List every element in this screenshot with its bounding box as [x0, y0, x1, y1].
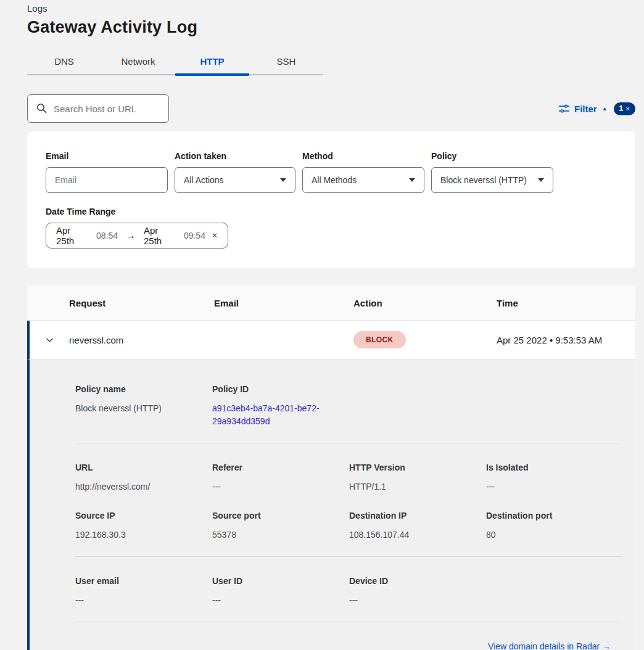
- policy-name-field: Policy name Block neverssl (HTTP): [75, 384, 212, 428]
- column-header-action: Action: [353, 298, 497, 308]
- user-details-section: User email --- User ID --- Device ID ---: [75, 557, 622, 622]
- action-cell: BLOCK: [353, 331, 497, 348]
- filter-controls: Filter ▲ 1 ✕: [559, 102, 635, 115]
- user-id-field: User ID ---: [212, 576, 349, 607]
- policy-id-label: Policy ID: [212, 384, 349, 394]
- http-version-field: HTTP Version HTTP/1.1: [349, 463, 486, 493]
- range-start-time: 08:54: [96, 231, 118, 241]
- policy-value: Block neverssl (HTTP): [440, 175, 527, 185]
- search-box: [27, 94, 169, 123]
- dropdown-caret-icon: [280, 178, 286, 182]
- column-header-request: Request: [69, 298, 214, 308]
- tab-bar: DNS Network HTTP SSH: [27, 51, 323, 75]
- column-header-email: Email: [214, 298, 353, 308]
- policy-field: Policy Block neverssl (HTTP): [431, 151, 553, 193]
- action-taken-select[interactable]: All Actions: [175, 167, 295, 193]
- page-title: Gateway Activity Log: [27, 18, 635, 37]
- device-id-field: Device ID ---: [349, 576, 486, 607]
- chevron-down-icon: [45, 335, 54, 345]
- http-details-section: URL http://neverssl.com/ Referer --- HTT…: [75, 443, 622, 556]
- search-input[interactable]: [27, 94, 169, 123]
- source-ip-field: Source IP 192.168.30.3: [75, 511, 212, 541]
- is-isolated-field: Is Isolated ---: [486, 463, 623, 493]
- filter-icon: [559, 104, 569, 113]
- request-cell: neverssl.com: [69, 335, 214, 345]
- row-expander[interactable]: [30, 335, 69, 345]
- policy-select[interactable]: Block neverssl (HTTP): [431, 167, 553, 193]
- filter-count-badge[interactable]: 1 ✕: [614, 102, 635, 115]
- filter-panel: Email Action taken All Actions Method Al…: [27, 131, 635, 268]
- tab-http[interactable]: HTTP: [175, 51, 249, 75]
- time-cell: Apr 25 2022 • 9:53:53 AM: [497, 335, 635, 345]
- filter-button-label: Filter: [574, 104, 597, 114]
- method-label: Method: [302, 151, 424, 161]
- arrow-right-icon: →: [126, 230, 136, 241]
- user-email-field: User email ---: [75, 576, 212, 607]
- filter-toggle-button[interactable]: Filter ▲: [559, 104, 608, 114]
- email-filter-input[interactable]: [46, 167, 168, 193]
- filter-fields-row: Email Action taken All Actions Method Al…: [46, 151, 617, 193]
- source-port-field: Source port 55378: [212, 511, 349, 541]
- table-row[interactable]: neverssl.com BLOCK Apr 25 2022 • 9:53:53…: [27, 321, 635, 360]
- policy-label: Policy: [431, 151, 553, 161]
- range-start-date: Apr 25th: [56, 225, 90, 246]
- destination-port-field: Destination port 80: [486, 511, 623, 541]
- date-range-picker[interactable]: Apr 25th 08:54 → Apr 25th 09:54 ✕: [46, 223, 228, 249]
- filter-count: 1: [619, 104, 624, 113]
- dropdown-caret-icon: [538, 178, 544, 182]
- date-time-range-label: Date Time Range: [46, 207, 617, 216]
- policy-name-label: Policy name: [75, 384, 212, 394]
- range-end-time: 09:54: [184, 231, 205, 241]
- column-header-time: Time: [497, 298, 635, 308]
- toolbar: Filter ▲ 1 ✕: [27, 94, 635, 123]
- radar-link[interactable]: View domain details in Radar →: [488, 641, 611, 650]
- table-header-row: Request Email Action Time: [27, 286, 635, 321]
- collapse-caret-icon: ▲: [602, 105, 608, 112]
- search-icon: [36, 103, 47, 113]
- range-end-date: Apr 25th: [144, 225, 178, 246]
- dropdown-caret-icon: [409, 178, 415, 182]
- policy-section: Policy name Block neverssl (HTTP) Policy…: [75, 360, 622, 443]
- destination-ip-field: Destination IP 108.156.107.44: [349, 511, 486, 541]
- url-field: URL http://neverssl.com/: [75, 463, 212, 493]
- email-filter-label: Email: [46, 151, 168, 161]
- action-block-badge: BLOCK: [353, 331, 406, 348]
- gateway-activity-log-page: Logs Gateway Activity Log DNS Network HT…: [0, 0, 635, 650]
- method-field: Method All Methods: [302, 151, 424, 193]
- clear-filters-icon: ✕: [625, 106, 630, 112]
- tab-dns[interactable]: DNS: [27, 51, 101, 75]
- tab-ssh[interactable]: SSH: [249, 51, 323, 75]
- referer-field: Referer ---: [212, 463, 349, 493]
- email-filter-field: Email: [46, 151, 168, 193]
- tab-network[interactable]: Network: [101, 51, 175, 75]
- date-time-range-field: Date Time Range Apr 25th 08:54 → Apr 25t…: [46, 207, 617, 249]
- policy-id-field: Policy ID a91c3eb4-ba7a-4201-be72-29a934…: [212, 384, 349, 428]
- method-select[interactable]: All Methods: [302, 167, 424, 193]
- policy-id-link[interactable]: a91c3eb4-ba7a-4201-be72-29a934dd359d: [212, 402, 336, 428]
- method-value: All Methods: [312, 175, 357, 185]
- action-taken-field: Action taken All Actions: [175, 151, 295, 193]
- clear-date-range-icon[interactable]: ✕: [212, 231, 218, 240]
- radar-link-row: View domain details in Radar →: [75, 622, 622, 650]
- row-detail-panel: Policy name Block neverssl (HTTP) Policy…: [27, 360, 635, 650]
- breadcrumb: Logs: [27, 0, 635, 14]
- policy-name-value: Block neverssl (HTTP): [75, 402, 212, 415]
- activity-log-table: Request Email Action Time neverssl.com B…: [27, 286, 635, 650]
- action-taken-label: Action taken: [175, 151, 295, 161]
- action-taken-value: All Actions: [184, 175, 224, 185]
